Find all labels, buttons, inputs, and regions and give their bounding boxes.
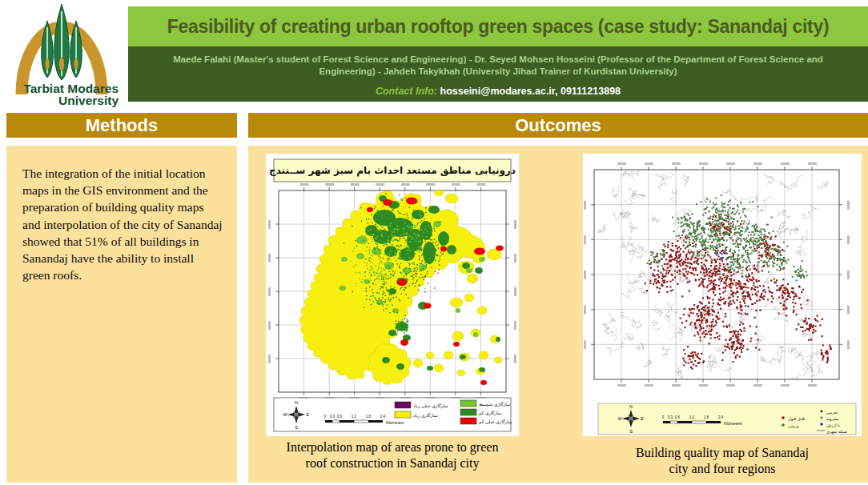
- svg-text:شبکه شهری: شبکه شهری: [826, 429, 847, 435]
- outcomes-heading: Outcomes: [515, 115, 601, 136]
- tmu-logo-icon: Tarbiat Modares University: [0, 0, 128, 112]
- authors-band: Maede Falahi (Master's student of Forest…: [128, 46, 868, 102]
- poster-title: Feasibility of creating urban rooftop gr…: [167, 16, 830, 38]
- contact-label: Contact Info:: [376, 86, 437, 97]
- building-quality-map-caption: Building quality map of Sanandaj city an…: [583, 445, 862, 477]
- svg-text:W: W: [617, 416, 622, 421]
- svg-text:سازگاری زیاد: سازگاری زیاد: [413, 413, 438, 419]
- map2-grid: [584, 162, 850, 387]
- map2-legend: N S W E 0 0.3 0.6 1.2 1.8 2.4: [598, 403, 856, 435]
- svg-text:N: N: [629, 404, 633, 409]
- methods-heading: Methods: [86, 115, 158, 136]
- svg-text:E: E: [641, 416, 644, 421]
- logo-text-line2: University: [58, 94, 119, 107]
- svg-text:0.6: 0.6: [337, 415, 343, 419]
- map1-thematic-layer: [299, 188, 504, 385]
- svg-text:مرمتی: مرمتی: [788, 423, 799, 429]
- interpolation-map-caption: Interpolation map of areas prone to gree…: [256, 439, 528, 471]
- map1-title-fa: درونیابی مناطق مستعد احداث بام سبز شهر س…: [269, 165, 516, 177]
- svg-text:1.8: 1.8: [704, 415, 709, 419]
- svg-text:0.3: 0.3: [668, 415, 673, 419]
- contact-line: Contact Info: hosseini@modares.ac.ir, 09…: [128, 86, 868, 97]
- outcomes-header-bar: Outcomes: [248, 113, 868, 138]
- svg-text:0.6: 0.6: [675, 415, 681, 419]
- svg-text:S: S: [295, 425, 298, 430]
- svg-text:1.2: 1.2: [689, 415, 695, 419]
- outcomes-panel: درونیابی مناطق مستعد احداث بام سبز شهر س…: [248, 146, 868, 483]
- svg-text:تخریبی: تخریبی: [826, 410, 838, 415]
- svg-text:Kilometers: Kilometers: [386, 421, 404, 425]
- svg-text:سازگاری خیلی کم: سازگاری خیلی کم: [479, 419, 512, 425]
- svg-text:1.8: 1.8: [366, 415, 372, 419]
- svg-text:E: E: [306, 412, 309, 417]
- svg-text:S: S: [629, 429, 633, 434]
- building-quality-map-figure: N S W E 0 0.3 0.6 1.2 1.8 2.4: [583, 154, 862, 436]
- poster-title-band: Feasibility of creating urban rooftop gr…: [128, 6, 868, 46]
- svg-text:W: W: [283, 412, 287, 417]
- svg-text:Kilometers: Kilometers: [724, 422, 742, 426]
- methods-paragraph: The integration of the initial location …: [22, 165, 224, 284]
- svg-text:سازگاری متوسط: سازگاری متوسط: [479, 402, 511, 407]
- interpolation-map-figure: درونیابی مناطق مستعد احداث بام سبز شهر س…: [266, 154, 519, 436]
- contact-value: hosseini@modares.ac.ir, 09111213898: [440, 86, 621, 97]
- university-logo: Tarbiat Modares University: [0, 0, 128, 112]
- svg-text:1.2: 1.2: [352, 415, 357, 419]
- svg-text:N: N: [295, 400, 298, 405]
- svg-text:2.4: 2.4: [380, 415, 386, 419]
- poster-page: { "header": { "logo": {"line1": "Tarbiat…: [0, 0, 868, 485]
- svg-text:0.3: 0.3: [330, 415, 336, 419]
- methods-panel: The integration of the initial location …: [6, 146, 237, 483]
- svg-text:مخروبه: مخروبه: [826, 416, 838, 422]
- svg-text:سازگاری کم: سازگاری کم: [479, 411, 502, 416]
- svg-text:قابل قبول: قابل قبول: [788, 416, 805, 422]
- svg-text:با ارزش: با ارزش: [826, 423, 840, 428]
- svg-text:2.4: 2.4: [718, 415, 724, 419]
- map1-legend: N S W E 0 0.3 0.6 1.2 1.8 2.: [274, 398, 512, 431]
- authors-line: Maede Falahi (Master's student of Forest…: [146, 54, 850, 78]
- svg-text:سازگاری خیلی زیاد: سازگاری خیلی زیاد: [413, 403, 448, 409]
- methods-header-bar: Methods: [6, 113, 237, 138]
